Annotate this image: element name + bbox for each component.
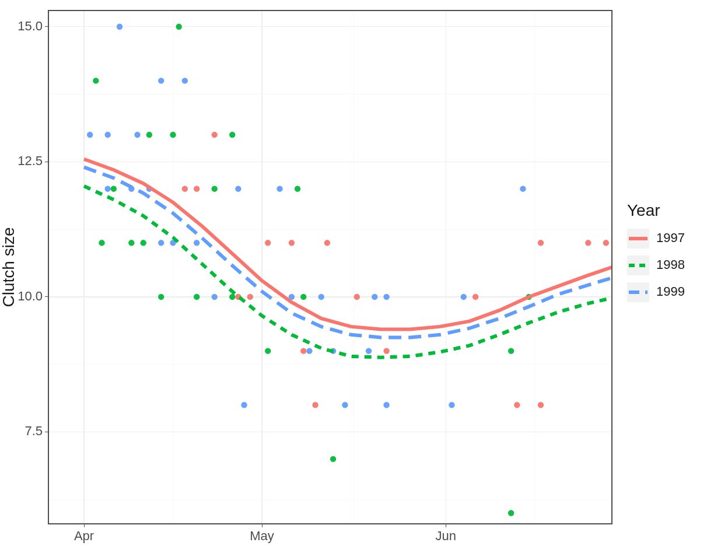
- data-point: [117, 24, 123, 30]
- y-tick-label: 7.5: [24, 424, 43, 438]
- data-point: [140, 240, 146, 246]
- data-point: [300, 348, 306, 354]
- data-point: [508, 348, 514, 354]
- x-tick-label: Apr: [74, 528, 94, 543]
- x-tick-label: May: [250, 528, 274, 543]
- data-point: [158, 294, 164, 300]
- data-point: [265, 240, 271, 246]
- legend-title: Year: [627, 201, 660, 219]
- data-point: [603, 240, 609, 246]
- data-point: [354, 294, 360, 300]
- y-tick-label: 15.0: [18, 19, 43, 33]
- scatter-points: [87, 24, 609, 516]
- legend-label: 1999: [656, 284, 685, 299]
- data-point: [99, 240, 104, 246]
- data-point: [514, 402, 520, 408]
- data-point: [194, 186, 200, 191]
- y-axis-title: Clutch size: [0, 228, 18, 307]
- fit-line-1999: [84, 167, 612, 338]
- data-point: [312, 402, 318, 408]
- data-point: [194, 240, 200, 246]
- data-point: [473, 294, 478, 300]
- data-point: [330, 456, 336, 462]
- y-tick-label: 10.0: [18, 289, 43, 303]
- data-point: [229, 132, 235, 138]
- data-point: [538, 240, 544, 246]
- data-point: [194, 294, 200, 300]
- data-point: [176, 24, 182, 30]
- fit-line-1998: [84, 186, 612, 358]
- data-point: [449, 402, 454, 408]
- data-point: [342, 402, 348, 408]
- data-point: [289, 240, 295, 246]
- data-point: [241, 402, 247, 408]
- data-point: [508, 510, 514, 516]
- data-point: [265, 348, 271, 354]
- data-point: [104, 186, 110, 191]
- data-point: [538, 402, 544, 408]
- data-point: [235, 186, 241, 191]
- legend-item: 1998: [627, 256, 685, 275]
- data-point: [306, 348, 312, 354]
- data-point: [104, 132, 110, 138]
- fitted-lines: [84, 159, 612, 358]
- chart-container: 7.510.012.515.0AprMayJunClutch sizeYear1…: [0, 0, 728, 560]
- axes: 7.510.012.515.0AprMayJunClutch size: [0, 19, 456, 543]
- data-point: [247, 294, 253, 300]
- data-point: [295, 186, 300, 191]
- data-point: [212, 294, 218, 300]
- data-point: [146, 132, 152, 138]
- data-point: [276, 186, 282, 191]
- data-point: [158, 78, 164, 83]
- legend: Year199719981999: [627, 201, 685, 302]
- data-point: [212, 132, 218, 138]
- legend-item: 1999: [627, 282, 685, 302]
- legend-item: 1997: [627, 229, 685, 249]
- data-point: [461, 294, 467, 300]
- data-point: [182, 78, 188, 83]
- x-tick-label: Jun: [436, 528, 456, 543]
- data-point: [128, 240, 134, 246]
- data-point: [383, 348, 389, 354]
- data-point: [324, 240, 330, 246]
- data-point: [87, 132, 93, 138]
- data-point: [318, 294, 324, 300]
- gridlines: [48, 10, 612, 524]
- y-tick-label: 12.5: [18, 153, 43, 168]
- data-point: [383, 402, 389, 408]
- data-point: [212, 186, 218, 191]
- data-point: [300, 294, 306, 300]
- data-point: [182, 186, 188, 191]
- data-point: [366, 348, 372, 354]
- data-point: [383, 294, 389, 300]
- data-point: [520, 186, 526, 191]
- legend-label: 1997: [656, 230, 685, 245]
- data-point: [170, 132, 176, 138]
- data-point: [229, 294, 235, 300]
- legend-label: 1998: [656, 257, 685, 272]
- data-point: [372, 294, 377, 300]
- data-point: [585, 240, 591, 246]
- panel-border: [48, 10, 612, 524]
- data-point: [111, 186, 117, 191]
- chart-svg: 7.510.012.515.0AprMayJunClutch sizeYear1…: [0, 0, 728, 560]
- data-point: [93, 78, 99, 83]
- data-point: [158, 240, 164, 246]
- data-point: [134, 132, 140, 138]
